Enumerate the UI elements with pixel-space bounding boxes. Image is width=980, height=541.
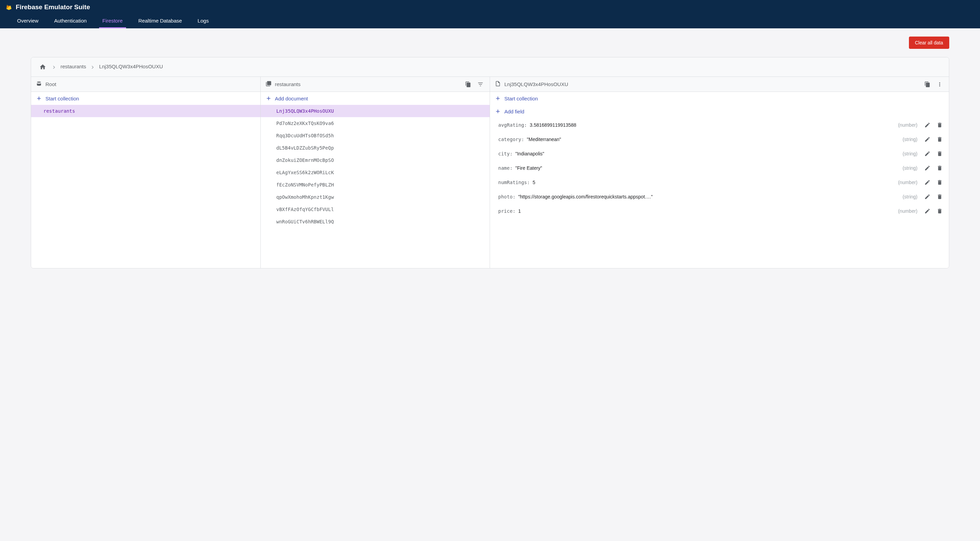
- edit-icon[interactable]: [923, 149, 932, 158]
- copy-icon[interactable]: [464, 80, 473, 89]
- field-type: (number): [898, 180, 918, 185]
- field-type: (string): [902, 136, 918, 142]
- field-value: 1: [519, 208, 896, 214]
- delete-icon[interactable]: [935, 178, 944, 187]
- tab-logs[interactable]: Logs: [194, 12, 212, 29]
- main-tabs: OverviewAuthenticationFirestoreRealtime …: [0, 12, 980, 29]
- delete-icon[interactable]: [935, 207, 944, 216]
- field-value: 5: [533, 180, 896, 185]
- field-row: photo:"https://storage.googleapis.com/fi…: [490, 190, 949, 204]
- home-icon[interactable]: [38, 62, 48, 72]
- document-item[interactable]: qpOwXmohoMhKpnzt1Kgw: [261, 191, 490, 203]
- documents-column: restaurants Add document Lnj35QLQW3x4PHo…: [261, 77, 490, 268]
- add-document-button[interactable]: Add document: [261, 92, 490, 105]
- document-item[interactable]: wnRoGUiCTv6hRBWELl9Q: [261, 216, 490, 228]
- edit-icon[interactable]: [923, 207, 932, 216]
- breadcrumb: restaurantsLnj35QLQW3x4PHosOUXU: [31, 57, 949, 77]
- collection-item[interactable]: restaurants: [31, 105, 260, 117]
- field-value: "Fire Eatery": [515, 165, 900, 171]
- app-header: Firebase Emulator Suite OverviewAuthenti…: [0, 0, 980, 29]
- breadcrumb-item[interactable]: Lnj35QLQW3x4PHosOUXU: [99, 63, 163, 69]
- clear-all-data-button[interactable]: Clear all data: [909, 36, 950, 49]
- add-field-label: Add field: [504, 109, 524, 114]
- fields-column: Lnj35QLQW3x4PHosOUXU Start collection Ad: [490, 77, 949, 268]
- firebase-logo: [5, 4, 12, 11]
- field-value: "https://storage.googleapis.com/firestor…: [519, 194, 901, 200]
- field-row: category:"Mediterranean"(string): [490, 132, 949, 146]
- edit-icon[interactable]: [923, 121, 932, 129]
- plus-icon: [495, 108, 501, 114]
- edit-icon[interactable]: [923, 135, 932, 144]
- toolbar: Clear all data: [0, 29, 980, 50]
- field-row: price:1(number): [490, 204, 949, 218]
- start-collection-doc[interactable]: Start collection: [490, 92, 949, 105]
- chevron-right-icon: [51, 63, 57, 69]
- field-key: price:: [498, 208, 515, 214]
- add-field-button[interactable]: Add field: [490, 105, 949, 118]
- app-title: Firebase Emulator Suite: [16, 3, 90, 11]
- root-column-header: Root: [31, 77, 260, 92]
- tab-firestore[interactable]: Firestore: [99, 12, 126, 29]
- document-item[interactable]: dnZokuiZOEmrnMOcBpSO: [261, 154, 490, 167]
- collection-icon: [266, 81, 272, 88]
- tab-overview[interactable]: Overview: [14, 12, 42, 29]
- field-key: photo:: [498, 194, 515, 200]
- tab-authentication[interactable]: Authentication: [51, 12, 90, 29]
- delete-icon[interactable]: [935, 135, 944, 144]
- filter-icon[interactable]: [476, 80, 485, 89]
- document-item[interactable]: Lnj35QLQW3x4PHosOUXU: [261, 105, 490, 117]
- copy-icon[interactable]: [923, 80, 932, 89]
- document-item[interactable]: fEcZoNSVMNoPefyPBLZH: [261, 179, 490, 191]
- tab-realtime-database[interactable]: Realtime Database: [135, 12, 186, 29]
- columns: Root Start collection restaurants restau…: [31, 77, 949, 268]
- plus-icon: [495, 95, 501, 102]
- document-item[interactable]: Pd7oNz2eXKxTQsKO9va6: [261, 117, 490, 129]
- field-key: name:: [498, 165, 512, 171]
- document-item[interactable]: dL5B4vLDZZubSRy5PeQp: [261, 142, 490, 154]
- more-icon[interactable]: [935, 80, 944, 89]
- field-key: numRatings:: [498, 180, 530, 185]
- document-item[interactable]: vBXfFAzOfqYGCfbFVULl: [261, 203, 490, 216]
- field-type: (number): [898, 208, 918, 214]
- delete-icon[interactable]: [935, 121, 944, 129]
- field-key: city:: [498, 151, 512, 156]
- field-value: "Mediterranean": [527, 136, 901, 142]
- firestore-panel: restaurantsLnj35QLQW3x4PHosOUXU Root Sta…: [31, 57, 949, 268]
- plus-icon: [36, 95, 42, 102]
- field-key: avgRating:: [498, 122, 527, 128]
- field-type: (number): [898, 122, 918, 128]
- field-row: name:"Fire Eatery"(string): [490, 161, 949, 175]
- field-key: category:: [498, 136, 524, 142]
- field-type: (string): [902, 194, 918, 200]
- start-collection-label: Start collection: [504, 96, 538, 102]
- start-collection-root[interactable]: Start collection: [31, 92, 260, 105]
- field-value: "Indianapolis": [515, 151, 900, 156]
- field-row: city:"Indianapolis"(string): [490, 146, 949, 161]
- document-item[interactable]: eLAgYxeSS6k2zWORiLcK: [261, 167, 490, 179]
- chevron-right-icon: [89, 63, 95, 69]
- delete-icon[interactable]: [935, 163, 944, 173]
- edit-icon[interactable]: [923, 163, 932, 173]
- header-top: Firebase Emulator Suite: [0, 0, 980, 12]
- documents-column-header: restaurants: [261, 77, 490, 92]
- document-icon: [495, 81, 501, 88]
- delete-icon[interactable]: [935, 192, 944, 201]
- edit-icon[interactable]: [923, 178, 932, 187]
- fields-column-header: Lnj35QLQW3x4PHosOUXU: [490, 77, 949, 92]
- field-value: 3.5816899119913588: [530, 122, 896, 128]
- field-row: numRatings:5(number): [490, 175, 949, 190]
- edit-icon[interactable]: [923, 192, 932, 201]
- collection-title: restaurants: [275, 81, 461, 87]
- database-icon: [36, 81, 42, 88]
- plus-icon: [266, 95, 272, 102]
- add-document-label: Add document: [275, 96, 308, 102]
- document-item[interactable]: Rqq3DcuUdHTsOBfOSd5h: [261, 129, 490, 142]
- field-type: (string): [902, 165, 918, 171]
- field-row: avgRating:3.5816899119913588(number): [490, 118, 949, 132]
- document-title: Lnj35QLQW3x4PHosOUXU: [504, 81, 920, 87]
- root-label: Root: [45, 81, 256, 87]
- root-column: Root Start collection restaurants: [31, 77, 261, 268]
- delete-icon[interactable]: [935, 149, 944, 158]
- breadcrumb-item[interactable]: restaurants: [60, 63, 86, 69]
- start-collection-label: Start collection: [45, 96, 79, 102]
